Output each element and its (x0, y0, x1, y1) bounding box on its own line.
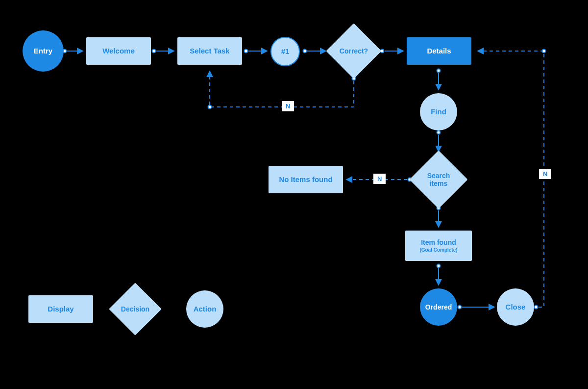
node-entry-label: Entry (34, 47, 52, 55)
node-no-items-label: No Items found (279, 175, 332, 184)
node-welcome: Welcome (86, 37, 151, 65)
node-select-task-label: Select Task (190, 47, 229, 55)
node-search-label: Search items (421, 172, 456, 187)
svg-point-25 (542, 50, 546, 53)
svg-point-24 (535, 306, 538, 309)
node-find: Find (420, 93, 457, 130)
node-item-found-label: Item found (421, 238, 456, 247)
node-search-items: Search items (418, 159, 459, 200)
node-find-label: Find (431, 107, 446, 116)
svg-point-6 (303, 50, 307, 53)
legend-decision-label: Decision (121, 305, 149, 313)
node-close: Close (497, 288, 534, 326)
svg-point-22 (458, 306, 462, 309)
node-welcome-label: Welcome (102, 47, 135, 55)
node-select-task: Select Task (177, 37, 242, 65)
svg-point-12 (437, 69, 441, 73)
svg-point-11 (208, 105, 212, 109)
legend-display: Display (28, 295, 93, 323)
node-close-label: Close (506, 303, 526, 311)
node-correct-label: Correct? (340, 47, 368, 55)
svg-point-14 (437, 131, 441, 134)
legend-display-label: Display (48, 305, 74, 313)
node-item-found: Item found (Goal Complete) (405, 231, 472, 261)
legend-action-label: Action (194, 305, 217, 313)
legend-decision: Decision (117, 290, 154, 328)
svg-point-20 (437, 264, 441, 268)
node-details-label: Details (427, 47, 451, 55)
svg-point-2 (152, 50, 156, 53)
svg-point-4 (245, 50, 248, 53)
edge-label-correct-no: N (282, 101, 294, 111)
node-ordered-label: Ordered (425, 303, 452, 311)
edge-label-close-no: N (539, 169, 551, 179)
node-hash1-label: #1 (281, 47, 290, 56)
node-entry: Entry (23, 30, 64, 72)
node-no-items: No Items found (269, 166, 343, 193)
legend-action: Action (186, 290, 223, 328)
node-hash1: #1 (270, 37, 300, 66)
node-item-found-sublabel: (Goal Complete) (419, 247, 457, 253)
node-ordered: Ordered (420, 288, 457, 326)
edge-label-search-no: N (373, 174, 386, 184)
node-correct: Correct? (334, 31, 373, 71)
node-details: Details (407, 37, 471, 65)
